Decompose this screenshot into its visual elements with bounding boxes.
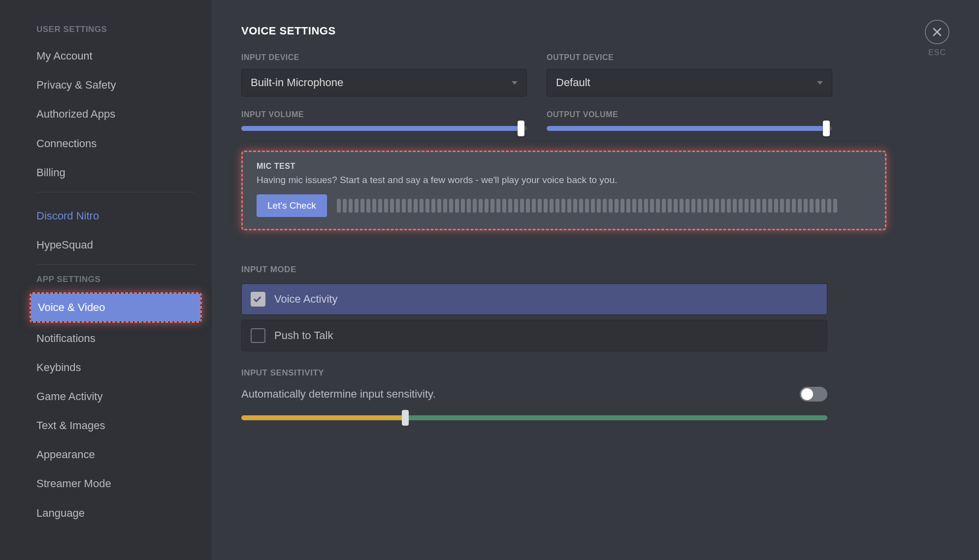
vu-bar [792, 199, 796, 213]
output-device-select[interactable]: Default [547, 69, 832, 96]
vu-bar [544, 199, 548, 213]
mic-test-button[interactable]: Let's Check [257, 194, 327, 217]
input-device-value: Built-in Microphone [251, 76, 343, 89]
sidebar-item-keybinds[interactable]: Keybinds [30, 354, 202, 381]
sidebar-item-authorized-apps[interactable]: Authorized Apps [30, 100, 202, 127]
mic-vu-meter [337, 199, 871, 213]
vu-bar [780, 199, 784, 213]
slider-thumb[interactable] [402, 410, 409, 426]
sidebar-item-hypesquad[interactable]: HypeSquad [30, 231, 202, 258]
input-mode-push-to-talk[interactable]: Push to Talk [241, 320, 827, 351]
vu-bar [396, 199, 400, 213]
vu-bar [674, 199, 678, 213]
vu-bar [620, 199, 624, 213]
auto-sensitivity-toggle[interactable] [800, 387, 827, 402]
vu-bar [420, 199, 424, 213]
main-panel: ESC VOICE SETTINGS INPUT DEVICE Built-in… [212, 0, 979, 560]
output-volume-slider[interactable] [547, 126, 832, 131]
vu-bar [597, 199, 601, 213]
sidebar-item-streamer-mode[interactable]: Streamer Mode [30, 470, 202, 497]
vu-bar [680, 199, 684, 213]
vu-bar [366, 199, 370, 213]
input-mode-voice-activity[interactable]: Voice Activity [241, 283, 827, 315]
sidebar-item-my-account[interactable]: My Account [30, 42, 202, 69]
output-device-value: Default [556, 76, 590, 89]
vu-bar [662, 199, 666, 213]
chevron-down-icon [817, 81, 823, 85]
vu-bar [709, 199, 713, 213]
vu-bar [626, 199, 630, 213]
vu-bar [756, 199, 760, 213]
close-wrap: ESC [925, 20, 949, 57]
vu-bar [402, 199, 406, 213]
sidebar-item-text-images[interactable]: Text & Images [30, 412, 202, 439]
vu-bar [810, 199, 814, 213]
vu-bar [733, 199, 737, 213]
input-sensitivity-label: INPUT SENSITIVITY [241, 368, 925, 378]
vu-bar [632, 199, 636, 213]
vu-bar [833, 199, 837, 213]
toggle-thumb [801, 388, 813, 400]
sidebar-divider [36, 264, 195, 265]
vu-bar [520, 199, 524, 213]
vu-bar [349, 199, 353, 213]
input-sensitivity-slider[interactable] [241, 415, 827, 420]
input-device-label: INPUT DEVICE [241, 53, 527, 62]
vu-bar [502, 199, 506, 213]
sidebar-item-notifications[interactable]: Notifications [30, 325, 202, 352]
chevron-down-icon [512, 81, 518, 85]
vu-bar [821, 199, 825, 213]
mic-test-title: MIC TEST [257, 162, 871, 171]
vu-bar [561, 199, 565, 213]
sidebar-item-privacy-safety[interactable]: Privacy & Safety [30, 71, 202, 98]
vu-bar [615, 199, 619, 213]
vu-bar [532, 199, 536, 213]
page-title: VOICE SETTINGS [241, 25, 925, 37]
vu-bar [816, 199, 819, 213]
checkmark-icon [254, 295, 261, 303]
sidebar-item-language[interactable]: Language [30, 499, 202, 527]
input-volume-label: INPUT VOLUME [241, 110, 527, 119]
input-mode-label: Voice Activity [274, 293, 337, 306]
vu-bar [804, 199, 808, 213]
sidebar-item-billing[interactable]: Billing [30, 159, 202, 186]
input-volume-slider[interactable] [241, 126, 527, 131]
input-device-select[interactable]: Built-in Microphone [241, 69, 527, 96]
sidebar-item-game-activity[interactable]: Game Activity [30, 383, 202, 410]
vu-bar [638, 199, 642, 213]
vu-bar [490, 199, 494, 213]
vu-bar [715, 199, 719, 213]
vu-bar [437, 199, 441, 213]
close-button[interactable] [925, 20, 949, 44]
vu-bar [550, 199, 554, 213]
slider-thumb[interactable] [823, 121, 830, 136]
sidebar-item-connections[interactable]: Connections [30, 130, 202, 157]
vu-bar [609, 199, 613, 213]
vu-bar [786, 199, 790, 213]
vu-bar [703, 199, 707, 213]
sidebar-highlight: Voice & Video [30, 292, 202, 322]
vu-bar [538, 199, 542, 213]
sidebar-item-voice-video[interactable]: Voice & Video [31, 294, 200, 321]
vu-bar [656, 199, 660, 213]
vu-bar [579, 199, 583, 213]
sidebar-item-discord-nitro[interactable]: Discord Nitro [30, 202, 202, 229]
vu-bar [508, 199, 512, 213]
vu-bar [685, 199, 689, 213]
slider-thumb[interactable] [518, 121, 524, 136]
vu-bar [496, 199, 500, 213]
sidebar-item-appearance[interactable]: Appearance [30, 441, 202, 468]
sidebar-divider [36, 192, 195, 192]
vu-bar [372, 199, 376, 213]
vu-bar [555, 199, 559, 213]
vu-bar [485, 199, 489, 213]
vu-bar [337, 199, 341, 213]
output-volume-label: OUTPUT VOLUME [547, 110, 832, 119]
vu-bar [514, 199, 518, 213]
vu-bar [644, 199, 648, 213]
close-icon [932, 27, 942, 37]
vu-bar [455, 199, 459, 213]
vu-bar [573, 199, 577, 213]
vu-bar [449, 199, 453, 213]
checkbox [251, 292, 265, 307]
